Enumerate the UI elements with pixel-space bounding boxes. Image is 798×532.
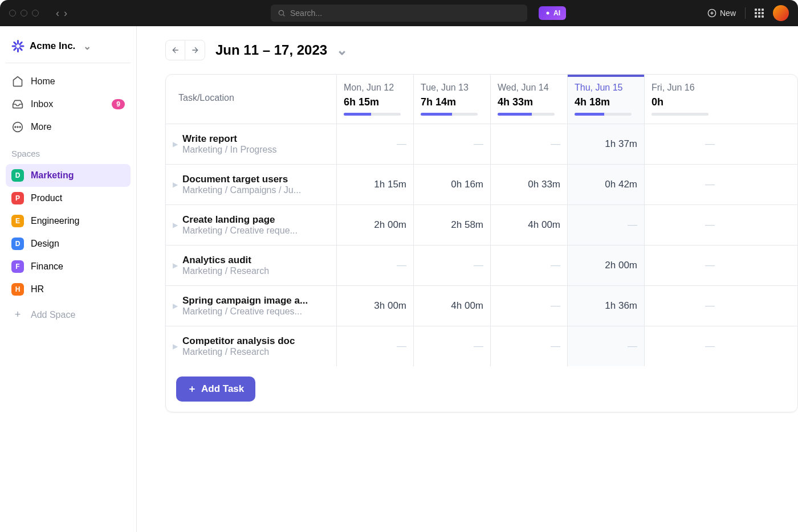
time-cell[interactable]: 4h 00m [414,286,491,326]
minimize-window-icon[interactable] [21,10,27,17]
time-cell[interactable]: 1h 37m [568,124,645,164]
sidebar-space-finance[interactable]: FFinance [6,255,131,278]
ai-button[interactable]: AI [539,6,566,20]
time-cell[interactable]: — [491,286,568,326]
home-icon [11,75,24,88]
inbox-icon [11,98,24,111]
date-range-picker[interactable]: Jun 11 – 17, 2023 ⌄ [215,42,348,58]
time-cell[interactable]: 3h 00m [337,286,414,326]
close-window-icon[interactable] [9,10,16,17]
caret-right-icon[interactable]: ▶ [173,181,178,189]
add-space-button[interactable]: + Add Space [6,301,131,329]
time-cell[interactable]: — [337,326,414,366]
time-cell[interactable]: 2h 00m [568,245,645,285]
day-total-hours: 7h 14m [421,96,483,108]
svg-point-9 [19,126,21,128]
task-name: Write report [182,133,324,145]
day-column-header[interactable]: Tue, Jun 137h 14m [414,75,491,124]
day-total-hours: 4h 33m [498,96,560,108]
time-cell[interactable]: — [645,326,722,366]
time-cell[interactable]: — [645,205,722,245]
sidebar-space-product[interactable]: PProduct [6,187,131,210]
divider [745,7,746,19]
day-column-header[interactable]: Fri, Jun 160h [645,75,722,124]
task-cell[interactable]: ▶Analytics auditMarketing / Research [166,245,337,285]
time-cell[interactable]: — [337,245,414,285]
day-column-header[interactable]: Thu, Jun 154h 18m [568,75,645,124]
prev-week-button[interactable] [166,40,185,60]
task-path: Marketing / Creative reques... [182,306,324,317]
time-cell[interactable]: — [568,326,645,366]
time-cell[interactable]: — [645,245,722,285]
progress-bar [421,113,478,116]
sidebar: Acme Inc. ⌄ HomeInbox9More Spaces DMarke… [0,26,137,532]
svg-point-0 [279,10,283,15]
task-cell[interactable]: ▶Spring campaign image a...Marketing / C… [166,286,337,326]
time-cell[interactable]: — [414,326,491,366]
workspace-switcher[interactable]: Acme Inc. ⌄ [6,33,131,63]
space-label: Product [31,193,62,203]
task-name: Analytics audit [182,255,324,266]
apps-icon[interactable] [755,9,764,18]
sidebar-space-design[interactable]: DDesign [6,232,131,255]
time-cell[interactable]: 1h 36m [568,286,645,326]
space-icon: P [11,192,24,204]
time-cell[interactable]: — [491,245,568,285]
caret-right-icon[interactable]: ▶ [173,221,178,229]
task-name: Document target users [182,174,324,185]
time-cell[interactable]: 0h 33m [491,165,568,204]
task-cell[interactable]: ▶Document target usersMarketing / Campai… [166,165,337,204]
time-cell[interactable]: — [337,124,414,164]
forward-button[interactable]: › [64,7,67,19]
new-button[interactable]: New [707,9,736,18]
sidebar-space-hr[interactable]: HHR [6,278,131,301]
time-cell[interactable]: — [568,205,645,245]
time-cell[interactable]: — [645,165,722,204]
task-cell[interactable]: ▶Competitor analysis docMarketing / Rese… [166,326,337,366]
time-cell[interactable]: 0h 42m [568,165,645,204]
avatar[interactable] [773,5,789,21]
sidebar-nav-more[interactable]: More [6,116,131,138]
time-cell[interactable]: 4h 00m [491,205,568,245]
space-label: Finance [31,261,63,272]
task-cell[interactable]: ▶Write reportMarketing / In Progress [166,124,337,164]
task-path: Marketing / Research [182,266,324,276]
caret-right-icon[interactable]: ▶ [173,342,178,350]
maximize-window-icon[interactable] [32,10,39,17]
more-icon [11,121,24,133]
nav-label: Inbox [31,99,53,109]
time-cell[interactable]: — [414,124,491,164]
time-cell[interactable]: — [491,326,568,366]
date-nav [165,40,205,60]
add-task-button[interactable]: Add Task [176,377,255,402]
day-column-header[interactable]: Wed, Jun 144h 33m [491,75,568,124]
sidebar-space-engineering[interactable]: EEngineering [6,210,131,232]
caret-right-icon[interactable]: ▶ [173,261,178,269]
time-cell[interactable]: — [645,286,722,326]
caret-right-icon[interactable]: ▶ [173,302,178,310]
back-button[interactable]: ‹ [56,7,59,19]
next-week-button[interactable] [185,40,205,60]
sidebar-nav-inbox[interactable]: Inbox9 [6,93,131,116]
time-cell[interactable]: — [414,245,491,285]
workspace-logo-icon [11,40,24,52]
nav-label: Home [31,76,55,87]
space-icon: D [11,238,24,250]
inbox-badge: 9 [112,99,125,109]
svg-point-2 [547,12,549,15]
caret-right-icon[interactable]: ▶ [173,140,178,148]
search-input[interactable]: Search... [271,5,527,22]
time-cell[interactable]: 2h 00m [337,205,414,245]
task-cell[interactable]: ▶Create landing pageMarketing / Creative… [166,205,337,245]
svg-line-1 [283,15,285,17]
progress-bar [498,113,555,116]
day-column-header[interactable]: Mon, Jun 126h 15m [337,75,414,124]
time-cell[interactable]: 0h 16m [414,165,491,204]
time-cell[interactable]: 1h 15m [337,165,414,204]
time-cell[interactable]: — [645,124,722,164]
sidebar-space-marketing[interactable]: DMarketing [6,164,131,187]
sidebar-nav-home[interactable]: Home [6,70,131,93]
plus-icon: + [11,309,24,321]
time-cell[interactable]: 2h 58m [414,205,491,245]
time-cell[interactable]: — [491,124,568,164]
